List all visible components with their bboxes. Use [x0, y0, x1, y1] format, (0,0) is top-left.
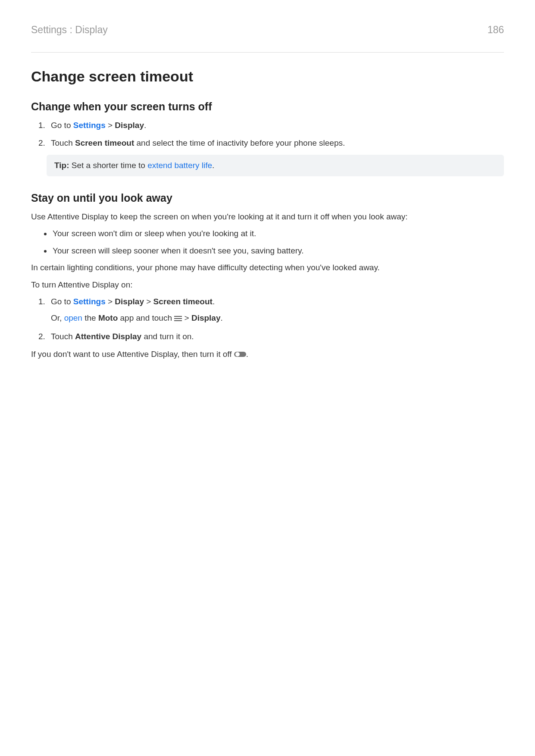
text: > [144, 297, 153, 306]
text: . [144, 121, 146, 130]
section-heading: Change when your screen turns off [31, 100, 504, 113]
section-heading: Stay on until you look away [31, 192, 504, 204]
paragraph: If you don't want to use Attentive Displ… [31, 348, 504, 361]
text: Go to [51, 121, 73, 130]
extend-battery-link[interactable]: extend battery life [147, 161, 212, 170]
text: app and touch [118, 313, 174, 322]
steps-list: Go to Settings > Display. Touch Screen t… [31, 119, 504, 150]
list-item: Your screen will sleep sooner when it do… [52, 244, 504, 257]
bold-text: Moto [98, 313, 118, 322]
bold-text: Display [191, 313, 221, 322]
page-title: Change screen timeout [31, 68, 504, 85]
text: Go to [51, 297, 73, 306]
bold-text: Display [115, 121, 144, 130]
text: . [213, 297, 215, 306]
step-item: Go to Settings > Display. [47, 119, 504, 131]
step-item: Touch Attentive Display and turn it on. [47, 330, 504, 343]
page-number: 186 [488, 24, 504, 36]
bold-text: Screen timeout [75, 138, 134, 147]
settings-link[interactable]: Settings [73, 121, 106, 130]
paragraph: In certain lighting conditions, your pho… [31, 261, 504, 274]
bold-text: Attentive Display [75, 332, 141, 341]
text: > [182, 313, 191, 322]
breadcrumb: Settings : Display [31, 24, 108, 36]
toggle-off-icon [234, 349, 246, 361]
paragraph: To turn Attentive Display on: [31, 278, 504, 291]
menu-icon [174, 312, 182, 325]
svg-point-4 [235, 352, 240, 356]
steps-list: Go to Settings > Display > Screen timeou… [31, 295, 504, 343]
text: If you don't want to use Attentive Displ… [31, 350, 234, 359]
tip-callout: Tip: Set a shorter time to extend batter… [47, 155, 504, 176]
text: . [212, 161, 214, 170]
text: > [106, 297, 115, 306]
text: and turn it on. [141, 332, 194, 341]
text: Or, [51, 313, 64, 322]
text: > [106, 121, 115, 130]
text: Set a shorter time to [69, 161, 147, 170]
bold-text: Screen timeout [153, 297, 213, 306]
bullet-list: Your screen won't dim or sleep when you'… [31, 227, 504, 257]
step-item: Go to Settings > Display > Screen timeou… [47, 295, 504, 325]
list-item: Your screen won't dim or sleep when you'… [52, 227, 504, 240]
open-link[interactable]: open [64, 313, 82, 322]
text: Touch [51, 332, 75, 341]
paragraph: Use Attentive Display to keep the screen… [31, 210, 504, 223]
tip-label: Tip: [54, 161, 69, 170]
settings-link[interactable]: Settings [73, 297, 106, 306]
text: . [246, 350, 248, 359]
text: Touch [51, 138, 75, 147]
text: the [82, 313, 98, 322]
bold-text: Display [115, 297, 144, 306]
text: and select the time of inactivity before… [134, 138, 345, 147]
text: . [221, 313, 223, 322]
step-item: Touch Screen timeout and select the time… [47, 137, 504, 149]
page-header: Settings : Display 186 [31, 24, 504, 53]
